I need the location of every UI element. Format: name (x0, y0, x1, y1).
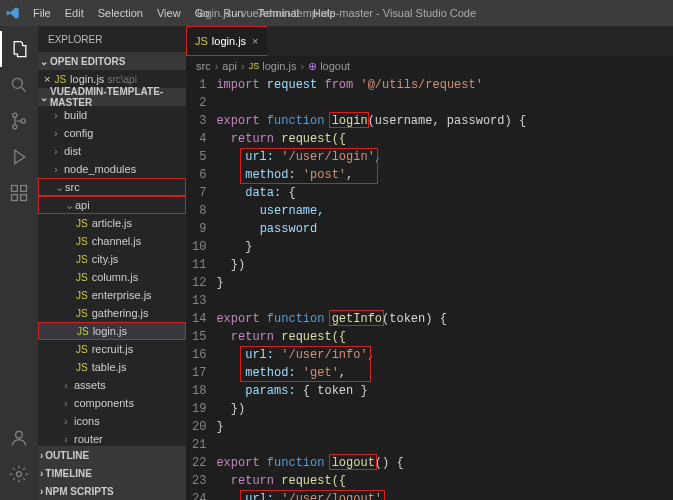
svg-point-9 (16, 431, 23, 438)
extensions-icon[interactable] (0, 175, 38, 211)
file-gathering[interactable]: JSgathering.js (38, 304, 186, 322)
line-gutter: 1234567891011121314151617181920212223242… (186, 76, 216, 500)
open-editors-section[interactable]: ⌄OPEN EDITORS (38, 52, 186, 70)
outline-section[interactable]: ›OUTLINE (38, 446, 186, 464)
editor: JSlogin.js× src›api›JSlogin.js›⊕logout 1… (186, 26, 673, 500)
vscode-logo-icon (6, 6, 20, 20)
menu-edit[interactable]: Edit (58, 4, 91, 22)
npm-scripts-section[interactable]: ›NPM SCRIPTS (38, 482, 186, 500)
folder-components[interactable]: ›components (38, 394, 186, 412)
search-icon[interactable] (0, 67, 38, 103)
file-enterprise[interactable]: JSenterprise.js (38, 286, 186, 304)
titlebar: File Edit Selection View Go Run Terminal… (0, 0, 673, 26)
close-icon[interactable]: × (44, 73, 50, 85)
folder-build[interactable]: ›build (38, 106, 186, 124)
activity-bar (0, 26, 38, 500)
account-icon[interactable] (0, 420, 38, 456)
timeline-section[interactable]: ›TIMELINE (38, 464, 186, 482)
folder-dist[interactable]: ›dist (38, 142, 186, 160)
file-tree: ›build ›config ›dist ›node_modules ⌄src … (38, 106, 186, 446)
svg-point-2 (13, 113, 17, 117)
menu-selection[interactable]: Selection (91, 4, 150, 22)
sidebar-title: EXPLORER (38, 26, 186, 52)
file-recruit[interactable]: JSrecruit.js (38, 340, 186, 358)
folder-assets[interactable]: ›assets (38, 376, 186, 394)
file-column[interactable]: JScolumn.js (38, 268, 186, 286)
svg-point-3 (13, 125, 17, 129)
breadcrumb[interactable]: src›api›JSlogin.js›⊕logout (186, 56, 673, 76)
svg-line-1 (22, 88, 26, 92)
svg-point-10 (17, 472, 22, 477)
svg-rect-7 (21, 195, 27, 201)
settings-icon[interactable] (0, 456, 38, 492)
svg-rect-6 (12, 195, 18, 201)
explorer-icon[interactable] (0, 31, 38, 67)
debug-icon[interactable] (0, 139, 38, 175)
sidebar: EXPLORER ⌄OPEN EDITORS ×JSlogin.js src\a… (38, 26, 186, 500)
folder-node-modules[interactable]: ›node_modules (38, 160, 186, 178)
menu-file[interactable]: File (26, 4, 58, 22)
editor-tabs: JSlogin.js× (186, 26, 673, 56)
file-channel[interactable]: JSchannel.js (38, 232, 186, 250)
file-article[interactable]: JSarticle.js (38, 214, 186, 232)
source-control-icon[interactable] (0, 103, 38, 139)
folder-api[interactable]: ⌄api (38, 196, 186, 214)
svg-point-4 (21, 119, 25, 123)
file-table[interactable]: JStable.js (38, 358, 186, 376)
tab-login[interactable]: JSlogin.js× (186, 26, 268, 56)
svg-rect-8 (21, 186, 27, 192)
menu-view[interactable]: View (150, 4, 188, 22)
svg-point-0 (12, 78, 22, 88)
folder-router[interactable]: ›router (38, 430, 186, 446)
folder-src[interactable]: ⌄src (38, 178, 186, 196)
folder-icons[interactable]: ›icons (38, 412, 186, 430)
window-title: login.js - vueAdmin-template-master - Vi… (197, 7, 476, 19)
project-section[interactable]: ⌄VUEADMIN-TEMPLATE-MASTER (38, 88, 186, 106)
folder-config[interactable]: ›config (38, 124, 186, 142)
close-tab-icon[interactable]: × (252, 35, 258, 47)
code-content[interactable]: import request from '@/utils/request' ex… (216, 76, 661, 500)
code-area[interactable]: 1234567891011121314151617181920212223242… (186, 76, 673, 500)
svg-rect-5 (12, 186, 18, 192)
file-city[interactable]: JScity.js (38, 250, 186, 268)
file-login[interactable]: JSlogin.js (38, 322, 186, 340)
scrollbar[interactable] (661, 76, 673, 500)
